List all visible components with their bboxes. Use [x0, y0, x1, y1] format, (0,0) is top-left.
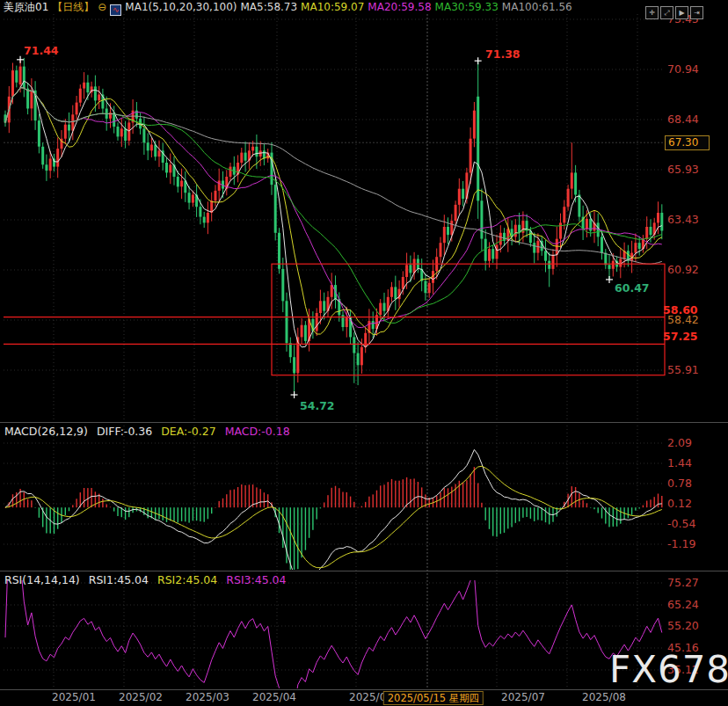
candlestick-chart-area[interactable]	[0, 0, 728, 706]
ma-value-label: MA100:61.56	[502, 1, 572, 13]
support-level-label: 57.25	[663, 330, 698, 343]
macd-header: MACD(26,12,9)DIFF:-0.36DEA:-0.27MACD:-0.…	[4, 425, 299, 438]
chart-type-icon[interactable]: ∿	[110, 4, 121, 16]
macd-axis-tick: -0.54	[667, 517, 695, 530]
rsi-axis-tick: 75.27	[667, 576, 699, 589]
high-marker-label: 71.44	[24, 44, 59, 57]
chart-header: 美原油01【日线】⊖∿MA1(5,10,20,30,100)MA5:58.73M…	[4, 1, 579, 14]
crosshair-price-label: 67.30	[665, 135, 710, 150]
high-marker-label: 71.38	[485, 47, 521, 61]
chart-window: 美原油01【日线】⊖∿MA1(5,10,20,30,100)MA5:58.73M…	[0, 0, 728, 706]
macd-axis-tick: 0.78	[667, 477, 692, 490]
date-axis-label: 2025/04	[252, 691, 296, 703]
pan-tool-icon[interactable]: ✛	[645, 6, 659, 19]
symbol-name: 美原油01	[4, 1, 48, 13]
date-axis-label: 2025/07	[501, 691, 545, 703]
macd-axis-tick: 0.12	[667, 497, 692, 510]
price-axis-tick: 60.92	[667, 263, 699, 276]
price-axis-tick: 63.43	[667, 213, 699, 226]
macd-diff-value: DIFF:-0.36	[97, 425, 152, 438]
collapse-icon[interactable]: ⊖	[98, 1, 106, 13]
date-axis-label: 2025/08	[582, 691, 626, 703]
ma-values: MA5:58.73MA10:59.07MA20:59.58MA30:59.33M…	[241, 1, 576, 13]
date-axis-label: 2025/02	[119, 691, 163, 703]
rsi3-value: RSI3:45.04	[226, 573, 286, 586]
macd-title: MACD(26,12,9)	[4, 425, 88, 438]
price-axis-tick: 55.91	[667, 363, 699, 376]
watermark-logo: FX678	[609, 648, 728, 691]
rsi2-value: RSI2:45.04	[157, 573, 217, 586]
ma-settings: MA1(5,10,20,30,100)	[125, 1, 237, 13]
chart-toolbar: ✛⤢▶⇥	[645, 2, 705, 19]
macd-axis-tick: -1.19	[667, 537, 695, 550]
ma-value-label: MA20:59.58	[368, 1, 431, 13]
support-level-label: 58.60	[663, 303, 698, 317]
ma-value-label: MA5:58.73	[241, 1, 298, 13]
rsi-axis-tick: 55.20	[667, 619, 699, 632]
price-axis-tick: 70.94	[667, 62, 699, 76]
ma-value-label: MA10:59.07	[301, 1, 364, 13]
price-axis-tick: 68.44	[667, 113, 699, 126]
date-axis-label: 2025/01	[52, 691, 96, 703]
macd-axis-tick: 1.44	[667, 456, 692, 469]
rsi1-value: RSI1:45.04	[89, 573, 149, 586]
axis-zoom-icon[interactable]: ⤢	[660, 6, 673, 19]
price-axis-tick: 65.93	[667, 163, 699, 176]
jump-latest-icon[interactable]: ⇥	[690, 6, 703, 19]
crosshair-date-label: 2025/05/15 星期四	[383, 691, 484, 705]
date-axis-label: 2025/03	[186, 691, 229, 703]
macd-axis-tick: 2.09	[667, 436, 692, 449]
playback-icon[interactable]: ▶	[675, 6, 688, 19]
low-marker-label: 60.47	[615, 281, 650, 295]
rsi-header: RSI(14,14,14)RSI1:45.04RSI2:45.04RSI3:45…	[4, 573, 295, 586]
rsi-axis-tick: 65.24	[667, 598, 699, 611]
macd-macd-value: MACD:-0.18	[225, 425, 290, 438]
ma-value-label: MA30:59.33	[435, 1, 499, 13]
period-label: 【日线】	[52, 1, 94, 13]
low-marker-label: 54.72	[300, 399, 335, 412]
rsi-title: RSI(14,14,14)	[4, 573, 80, 586]
macd-dea-value: DEA:-0.27	[161, 425, 215, 438]
